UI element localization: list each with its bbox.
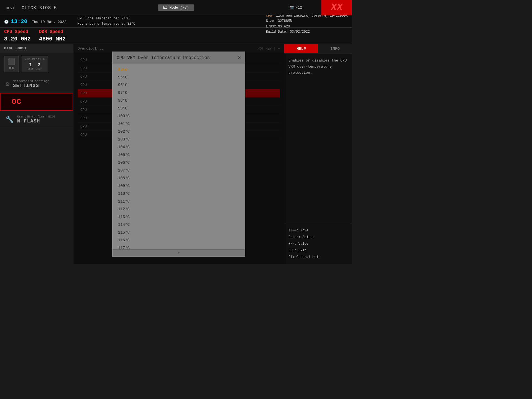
help-text: Enables or disables the CPU VRM over-tem… <box>284 53 352 224</box>
temp-option-114degC[interactable]: 114°C <box>112 221 245 229</box>
temperature-list[interactable]: Auto95°C96°C97°C98°C99°C100°C101°C102°C1… <box>112 64 245 249</box>
logo: msi CLICK BIOS 5 <box>4 4 57 11</box>
key-value: +/-: Value <box>288 241 348 247</box>
mb-temp: Motherboard Temperature: 32°C <box>77 21 135 27</box>
temp-option-117degC[interactable]: 117°C <box>112 244 245 249</box>
key-help: F1: General Help <box>288 254 348 260</box>
modal-title: CPU VRM Over Temperature Protection <box>117 55 210 60</box>
temp-option-98degC[interactable]: 98°C <box>112 97 245 104</box>
xmp-num-1: 1 <box>28 62 34 68</box>
temp-option-111degC[interactable]: 111°C <box>112 198 245 205</box>
modal-close-button[interactable]: × <box>238 55 241 61</box>
temp-option-105degC[interactable]: 105°C <box>112 151 245 159</box>
logo-msi: msi <box>6 6 15 11</box>
left-sidebar: GAME BOOST ⬛ CPU XMP Profile 1 user 2 us… <box>0 44 73 264</box>
temp-option-116degC[interactable]: 116°C <box>112 236 245 244</box>
settings-icon: ⚙ <box>6 80 9 88</box>
xmp-num-2: 2 <box>36 62 42 68</box>
cpu-boost-icon[interactable]: ⬛ CPU <box>4 56 19 72</box>
sidebar-item-settings[interactable]: ⚙ Motherboard settings SETTINGS <box>0 75 73 93</box>
date-display: Thu 10 Mar, 2022 <box>32 20 66 24</box>
info-bar: 🕐 13:20 Thu 10 Mar, 2022 CPU Core Temper… <box>0 15 352 28</box>
info-tab[interactable]: INFO <box>318 44 352 53</box>
temp-option-110degC[interactable]: 110°C <box>112 190 245 198</box>
mflash-icon: 🔧 <box>6 116 14 124</box>
f12-label: F12 <box>296 6 302 10</box>
cpu-temp: CPU Core Temperature: 27°C <box>77 16 135 21</box>
key-move: ↑↓←→: Move <box>288 227 348 234</box>
size-info: Size: 32768MB <box>266 19 348 24</box>
key-esc: ESC: Exit <box>288 247 348 254</box>
main-content: GAME BOOST ⬛ CPU XMP Profile 1 user 2 us… <box>0 44 352 264</box>
header-bar: msi CLICK BIOS 5 EZ Mode (F7) 📷 F12 XX <box>0 0 352 15</box>
temp-option-102degC[interactable]: 102°C <box>112 128 245 135</box>
temp-option-95degC[interactable]: 95°C <box>112 73 245 81</box>
temp-option-96degC[interactable]: 96°C <box>112 81 245 89</box>
modal-header: CPU VRM Over Temperature Protection × <box>112 52 245 64</box>
logo-tagline: CLICK BIOS 5 <box>22 6 57 11</box>
clock-display: 🕐 13:20 Thu 10 Mar, 2022 <box>4 18 66 25</box>
xmp-profile[interactable]: XMP Profile 1 user 2 user <box>22 56 48 72</box>
ez-mode-button[interactable]: EZ Mode (F7) <box>158 4 194 11</box>
right-panel: HELP INFO Enables or disables the CPU VR… <box>284 44 352 264</box>
settings-main-label: SETTINGS <box>13 83 49 88</box>
help-tab[interactable]: HELP <box>284 44 318 53</box>
ddr-speed: DDR Speed 4800 MHz <box>39 29 66 43</box>
temp-option-103degC[interactable]: 103°C <box>112 135 245 143</box>
clock-icon: 🕐 <box>4 20 9 24</box>
temp-option-108degC[interactable]: 108°C <box>112 174 245 182</box>
key-hints: ↑↓←→: Move Enter: Select +/-: Value ESC:… <box>284 224 352 264</box>
temp-option-Auto[interactable]: Auto <box>112 66 245 73</box>
cpu-speed: CPU Speed 3.20 GHz <box>4 29 31 43</box>
scroll-down-icon: ▼ <box>178 252 180 255</box>
temp-option-97degC[interactable]: 97°C <box>112 89 245 97</box>
oc-label: OC <box>12 98 22 106</box>
xmp-label: XMP Profile <box>25 58 45 61</box>
temp-option-99degC[interactable]: 99°C <box>112 104 245 112</box>
sidebar-item-oc[interactable]: OC <box>0 93 73 111</box>
xmp-user-1: user <box>28 68 34 70</box>
temp-option-112degC[interactable]: 112°C <box>112 205 245 213</box>
modal-footer: ▼ <box>112 249 245 256</box>
game-boost-header: GAME BOOST <box>0 44 73 53</box>
msi-red-logo: XX <box>321 0 352 15</box>
temp-option-109degC[interactable]: 109°C <box>112 182 245 190</box>
screenshot-icon: 📷 <box>290 5 294 10</box>
temp-option-113degC[interactable]: 113°C <box>112 213 245 221</box>
temperature-modal: CPU VRM Over Temperature Protection × Au… <box>112 52 245 257</box>
settings-sub-label: Motherboard settings <box>13 80 49 83</box>
cpu-chip-icon: ⬛ <box>8 58 15 66</box>
center-content: Overclock... HOT KEY | ↩ CPU CPU CPU CPU <box>73 44 284 264</box>
cpu-boost-label: CPU <box>9 67 14 70</box>
help-info-tabs: HELP INFO <box>284 44 352 53</box>
build-info: Build Date: 03/02/2022 <box>266 29 348 35</box>
temp-option-101degC[interactable]: 101°C <box>112 120 245 128</box>
xmp-user-2: user <box>36 68 42 70</box>
time-display: 13:20 <box>11 18 27 25</box>
temp-option-106degC[interactable]: 106°C <box>112 159 245 167</box>
boost-icons: ⬛ CPU XMP Profile 1 user 2 user <box>0 53 73 75</box>
bios-info: E7D32IMS.A20 <box>266 24 348 29</box>
temp-option-104degC[interactable]: 104°C <box>112 143 245 151</box>
mflash-main-label: M-FLASH <box>17 118 56 124</box>
temp-option-100degC[interactable]: 100°C <box>112 112 245 120</box>
temp-option-107degC[interactable]: 107°C <box>112 167 245 174</box>
key-enter: Enter: Select <box>288 234 348 241</box>
modal-overlay: CPU VRM Over Temperature Protection × Au… <box>73 44 284 264</box>
f12-button[interactable]: 📷 F12 <box>290 5 302 10</box>
temperature-display: CPU Core Temperature: 27°C Motherboard T… <box>77 16 135 27</box>
sidebar-item-mflash[interactable]: 🔧 Use USB to flash BIOS M-FLASH <box>0 111 73 128</box>
mflash-sub-label: Use USB to flash BIOS <box>17 115 56 118</box>
temp-option-115degC[interactable]: 115°C <box>112 229 245 236</box>
